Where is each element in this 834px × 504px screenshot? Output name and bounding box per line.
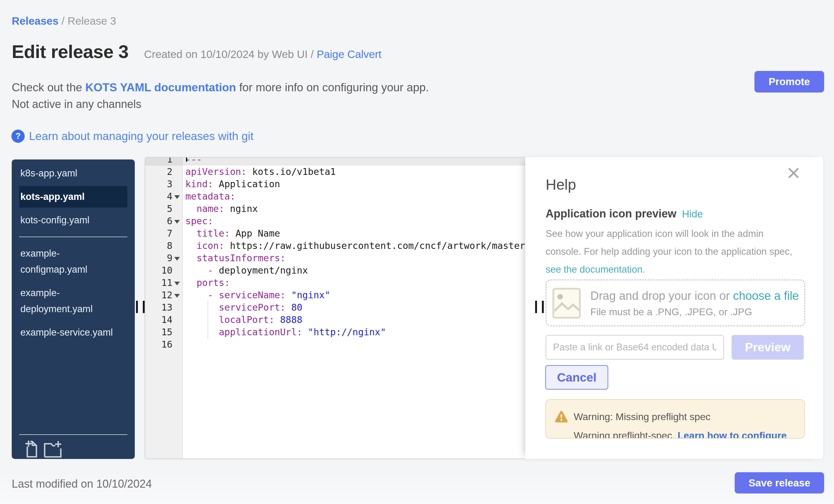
warning-title: Warning: Missing preflight spec — [574, 411, 710, 422]
icon-preview-description: See how your application icon will look … — [546, 225, 798, 279]
breadcrumb-separator: / — [59, 15, 68, 27]
fold-arrow-icon[interactable] — [172, 289, 183, 301]
file-sidebar: k8s-app.yamlkots-app.yamlkots-config.yam… — [12, 159, 135, 459]
created-by-link[interactable]: Paige Calvert — [317, 48, 381, 60]
preview-button[interactable]: Preview — [731, 335, 804, 360]
fold-arrow-icon[interactable] — [172, 215, 183, 227]
release-workspace: k8s-app.yamlkots-app.yamlkots-config.yam… — [12, 157, 824, 459]
sidebar-resize-handle[interactable] — [136, 301, 138, 313]
page-title: Edit release 3 — [12, 41, 129, 62]
file-name: kots-config.yaml — [20, 212, 89, 228]
sidebar-resize-handle[interactable] — [143, 301, 145, 313]
sidebar-divider — [19, 237, 127, 237]
help-panel-resize-handle[interactable] — [535, 301, 537, 313]
intro-post: for more info on configuring your app. — [236, 81, 429, 94]
see-documentation-link[interactable]: see the documentation — [546, 264, 642, 275]
line-number: 3 — [145, 178, 172, 190]
breadcrumb-current: Release 3 — [68, 15, 116, 27]
sidebar-footer — [19, 434, 127, 458]
fold-arrow-icon[interactable] — [172, 277, 183, 289]
file-name: example-service.yaml — [20, 325, 113, 341]
file-item-kots-app.yaml[interactable]: kots-app.yaml — [19, 186, 127, 207]
file-name: example-deployment.yaml — [20, 285, 116, 317]
line-number: 6 — [145, 215, 172, 227]
created-line: Created on 10/10/2024 by Web UI / Paige … — [144, 48, 381, 61]
question-icon: ? — [12, 130, 25, 143]
file-item-k8s-app.yaml[interactable]: k8s-app.yaml — [19, 162, 127, 184]
file-name: kots-app.yaml — [20, 189, 85, 205]
image-placeholder-icon — [552, 287, 581, 319]
kots-yaml-docs-link[interactable]: KOTS YAML documentation — [85, 81, 236, 94]
dropzone-text: Drag and drop your icon or choose a file — [590, 289, 799, 303]
git-releases-link[interactable]: Learn about managing your releases with … — [29, 130, 254, 143]
line-number: 5 — [145, 203, 172, 215]
new-file-icon[interactable] — [44, 440, 62, 458]
line-number: 15 — [145, 326, 172, 338]
file-name: example-configmap.yaml — [20, 245, 116, 278]
git-help-row: ? Learn about managing your releases wit… — [12, 130, 254, 143]
created-text: Created on 10/10/2024 by Web UI / — [144, 48, 317, 60]
intro-pre: Check out the — [12, 81, 85, 94]
line-number: 12 — [145, 289, 172, 301]
file-item-example-service.yaml[interactable]: example-service.yaml — [19, 322, 127, 343]
line-number: 14 — [145, 314, 172, 326]
cancel-button[interactable]: Cancel — [545, 365, 608, 390]
breadcrumb: Releases / Release 3 — [12, 15, 116, 27]
line-number: 9 — [145, 252, 172, 264]
line-number: 7 — [145, 227, 172, 240]
learn-configure-link[interactable]: Learn how to configure — [678, 430, 787, 439]
help-panel-resize-handle[interactable] — [542, 301, 544, 313]
fold-arrow-icon[interactable] — [172, 252, 183, 264]
line-number: 2 — [145, 166, 172, 178]
last-modified: Last modified on 10/10/2024 — [12, 478, 152, 490]
indent-guide — [207, 301, 208, 338]
line-number: 10 — [145, 264, 172, 277]
fold-arrow-icon[interactable] — [172, 190, 183, 203]
line-number: 1 — [145, 157, 172, 166]
file-item-kots-config.yaml[interactable]: kots-config.yaml — [19, 210, 127, 231]
file-item-example-deployment.yaml[interactable]: example-deployment.yaml — [19, 282, 127, 320]
file-name: k8s-app.yaml — [20, 165, 77, 181]
sidebar-footer-divider — [19, 434, 127, 435]
file-item-example-configmap.yaml[interactable]: example-configmap.yaml — [19, 243, 127, 280]
breadcrumb-releases-link[interactable]: Releases — [12, 15, 59, 27]
edit-release-page: Releases / Release 3 Edit release 3 Crea… — [0, 0, 834, 504]
preflight-warning: Warning: Missing preflight spec Warning … — [545, 399, 805, 439]
dropzone-hint: File must be a .PNG, .JPEG, or .JPG — [590, 306, 752, 318]
close-icon[interactable] — [784, 163, 804, 183]
save-release-button[interactable]: Save release — [735, 472, 824, 494]
editor-cursor — [186, 157, 187, 162]
intro-line: Check out the KOTS YAML documentation fo… — [12, 81, 429, 94]
icon-dropzone[interactable]: Drag and drop your icon or choose a file… — [546, 280, 805, 326]
icon-preview-title: Application icon preview — [546, 207, 676, 220]
line-number: 4 — [145, 190, 172, 203]
line-number: 8 — [145, 240, 172, 252]
line-number: 11 — [145, 277, 172, 289]
help-panel: Help Application icon preview Hide See h… — [525, 157, 824, 459]
channel-status: Not active in any channels — [12, 98, 141, 111]
icon-url-input[interactable] — [546, 335, 724, 360]
line-number: 13 — [145, 301, 172, 314]
promote-button[interactable]: Promote — [754, 71, 824, 92]
hide-link[interactable]: Hide — [682, 208, 703, 220]
help-title: Help — [546, 176, 576, 193]
choose-file-link[interactable]: choose a file — [733, 289, 799, 302]
line-number: 16 — [145, 338, 172, 351]
add-file-icon[interactable] — [25, 440, 38, 458]
warning-icon — [554, 410, 568, 422]
warning-detail: Warning preflight-spec. Learn how to con… — [574, 430, 787, 439]
